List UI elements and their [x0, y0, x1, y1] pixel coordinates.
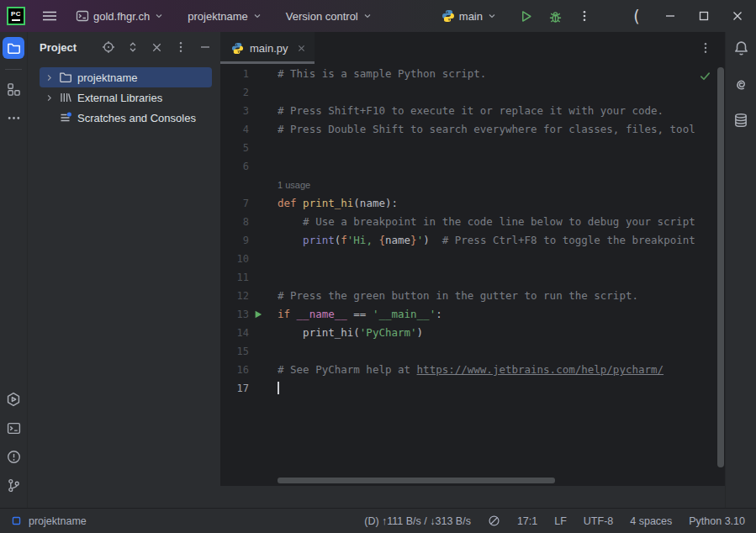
line-number[interactable]: 16 — [220, 361, 249, 379]
terminal-icon — [76, 9, 89, 23]
line-number[interactable]: 4 — [220, 120, 249, 139]
code-line[interactable]: 13if __name__ == '__main__': — [220, 305, 725, 324]
code-line[interactable]: 12# Press the green button in the gutter… — [220, 287, 725, 305]
python-icon — [441, 9, 455, 23]
maximize-button[interactable] — [687, 0, 721, 32]
horizontal-scrollbar[interactable] — [278, 478, 555, 483]
debug-button[interactable] — [543, 6, 568, 27]
project-dropdown[interactable]: projektname — [182, 7, 267, 26]
line-number[interactable]: 13 — [220, 305, 249, 324]
line-number[interactable]: 14 — [220, 324, 249, 342]
code-line[interactable]: 17 — [220, 379, 725, 398]
minimize-button[interactable] — [653, 0, 687, 32]
line-number[interactable]: 3 — [220, 102, 249, 120]
code-line[interactable]: 6 — [220, 157, 725, 176]
line-number[interactable]: 15 — [220, 342, 249, 361]
code-line[interactable]: 8 # Use a breakpoint in the code line be… — [220, 213, 725, 231]
code-line[interactable]: 7def print_hi(name): — [220, 194, 725, 213]
status-interpreter[interactable]: Python 3.10 — [689, 515, 745, 527]
project-panel-title: Project — [40, 41, 77, 54]
terminal-icon — [7, 421, 21, 435]
minimize-icon — [664, 10, 676, 22]
structure-icon — [7, 82, 21, 97]
problems-tool-button[interactable] — [3, 446, 24, 467]
tab-label: main.py — [250, 42, 288, 55]
line-number[interactable]: 11 — [220, 268, 249, 287]
line-number[interactable]: 17 — [220, 379, 249, 398]
hamburger-menu-icon — [42, 9, 57, 23]
tab-close-button[interactable] — [297, 44, 306, 53]
notifications-bell-icon[interactable] — [733, 40, 749, 56]
collapse-all-icon[interactable] — [151, 41, 163, 54]
code-line[interactable]: 1# This is a sample Python script. — [220, 65, 725, 83]
inspection-ok-icon[interactable] — [699, 70, 711, 82]
scratches-icon — [59, 111, 72, 124]
remote-host-dropdown[interactable]: gold.fhgr.ch — [71, 6, 169, 26]
code-line[interactable]: 3# Press Shift+F10 to execute it or repl… — [220, 102, 725, 120]
locate-file-icon[interactable] — [102, 40, 115, 54]
code-rows: 1# This is a sample Python script.23# Pr… — [220, 65, 725, 398]
code-editor[interactable]: 1# This is a sample Python script.23# Pr… — [220, 64, 725, 486]
more-actions-button[interactable] — [573, 6, 596, 26]
close-button[interactable] — [721, 0, 754, 32]
git-tool-button[interactable] — [3, 474, 24, 496]
code-line[interactable]: 16# See PyCharm help at https://www.jetb… — [220, 361, 725, 379]
project-tool-button[interactable] — [3, 37, 24, 59]
tree-item-scratches[interactable]: Scratches and Consoles — [40, 108, 212, 128]
structure-tool-button[interactable] — [3, 78, 24, 100]
usage-hint: 1 usage — [278, 180, 310, 190]
text-caret — [278, 382, 279, 394]
ai-assistant-icon[interactable] — [733, 77, 749, 92]
code-line[interactable]: 14 print_hi('PyCharm') — [220, 324, 725, 342]
line-number[interactable]: 8 — [220, 213, 249, 231]
line-number[interactable]: 12 — [220, 287, 249, 305]
line-number[interactable]: 5 — [220, 139, 249, 157]
tree-item-label: projektname — [77, 71, 138, 84]
usage-hint-row[interactable]: 1 usage — [220, 176, 725, 194]
tab-main-py[interactable]: main.py — [220, 32, 315, 64]
run-configuration-dropdown[interactable]: main — [436, 6, 502, 26]
line-number[interactable]: 6 — [220, 157, 249, 176]
run-line-icon[interactable] — [253, 309, 263, 319]
services-tool-button[interactable] — [3, 388, 24, 410]
line-number[interactable]: 9 — [220, 231, 249, 250]
code-line[interactable]: 10 — [220, 250, 725, 268]
close-icon — [732, 10, 743, 22]
status-line-separator[interactable]: LF — [554, 515, 567, 527]
tree-item-label: Scratches and Consoles — [77, 112, 196, 124]
tree-item-projektname[interactable]: projektname — [40, 67, 212, 87]
tree-item-external-libraries[interactable]: External Libraries — [40, 87, 212, 108]
panel-options-icon[interactable] — [174, 40, 188, 54]
version-control-dropdown[interactable]: Version control — [281, 7, 378, 26]
line-number[interactable]: 10 — [220, 250, 249, 268]
editor-column: main.py 1# This is a sample Python scrip… — [220, 32, 725, 508]
highlighting-level-icon[interactable] — [488, 515, 500, 527]
line-number[interactable]: 7 — [220, 194, 249, 213]
line-number[interactable]: 2 — [220, 83, 249, 102]
database-icon[interactable] — [733, 113, 748, 128]
ellipsis-icon — [7, 111, 21, 125]
status-encoding[interactable]: UTF-8 — [584, 515, 613, 527]
expand-all-icon[interactable] — [126, 40, 140, 54]
window-special-button[interactable]: ( — [620, 0, 653, 32]
terminal-tool-button[interactable] — [3, 417, 24, 439]
more-tool-windows-button[interactable] — [3, 107, 24, 129]
pycharm-logo-icon: PC — [7, 7, 25, 25]
code-line[interactable]: 2 — [220, 83, 725, 102]
code-line[interactable]: 9 print(f'Hi, {name}') # Press Ctrl+F8 t… — [220, 231, 725, 250]
vertical-scrollbar[interactable] — [717, 67, 724, 467]
run-button[interactable] — [514, 6, 538, 27]
tab-options-button[interactable] — [699, 41, 725, 55]
code-line[interactable]: 15 — [220, 342, 725, 361]
chevron-down-icon — [252, 11, 262, 21]
hide-panel-icon[interactable] — [198, 40, 212, 54]
kebab-menu-icon — [699, 41, 712, 55]
main-menu-button[interactable] — [37, 6, 62, 26]
code-line[interactable]: 11 — [220, 268, 725, 287]
status-caret-position[interactable]: 17:1 — [517, 515, 537, 527]
code-line[interactable]: 4# Press Double Shift to search everywhe… — [220, 120, 725, 139]
line-number[interactable]: 1 — [220, 65, 249, 83]
status-indent[interactable]: 4 spaces — [630, 515, 672, 527]
status-project-widget[interactable]: projektname — [11, 515, 87, 527]
code-line[interactable]: 5 — [220, 139, 725, 157]
